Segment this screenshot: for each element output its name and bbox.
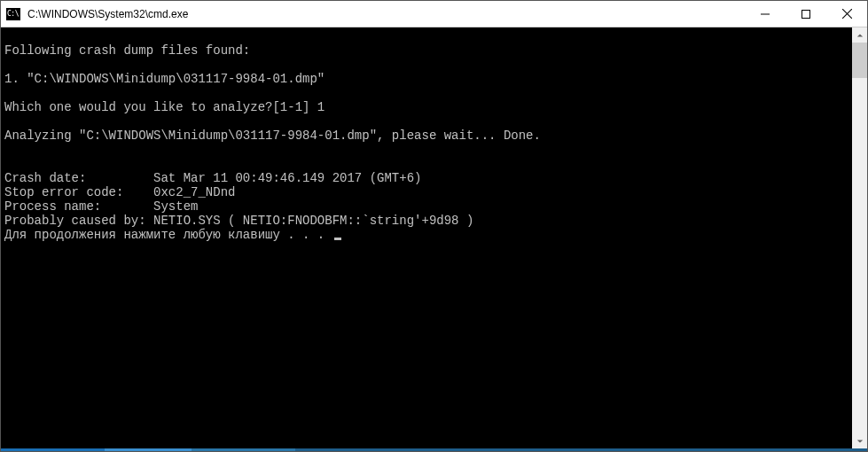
console-output[interactable]: Following crash dump files found: 1. "C:…: [1, 27, 852, 448]
svg-rect-1: [802, 10, 810, 18]
cursor: [334, 238, 341, 240]
console-line: Probably caused by: NETIO.SYS ( NETIO:FN…: [4, 214, 848, 228]
console-line: 1. "C:\WINDOWS\Minidump\031117-9984-01.d…: [4, 72, 848, 86]
chevron-up-icon: [856, 32, 864, 39]
cmd-window: C:\WINDOWS\System32\cmd.exe Following cr…: [0, 0, 868, 452]
taskbar-sliver: [1, 448, 867, 451]
scrollbar-track[interactable]: [852, 43, 867, 433]
console-line: [4, 143, 848, 157]
close-button[interactable]: [826, 1, 867, 27]
console-line: [4, 58, 848, 72]
cmd-icon: [6, 8, 20, 20]
vertical-scrollbar[interactable]: [852, 27, 867, 448]
client-area: Following crash dump files found: 1. "C:…: [1, 27, 867, 448]
app-icon-wrap: [1, 8, 26, 20]
console-line: [4, 157, 848, 171]
console-line: Crash date: Sat Mar 11 00:49:46.149 2017…: [4, 171, 848, 185]
scrollbar-thumb[interactable]: [852, 43, 867, 78]
chevron-down-icon: [856, 438, 864, 445]
console-line: Stop error code: 0xc2_7_NDnd: [4, 185, 848, 199]
console-line: [4, 114, 848, 129]
maximize-button[interactable]: [786, 1, 826, 27]
window-controls: [745, 1, 867, 27]
minimize-icon: [761, 10, 770, 19]
window-title: C:\WINDOWS\System32\cmd.exe: [26, 8, 745, 20]
console-prompt-line: Для продолжения нажмите любую клавишу . …: [4, 228, 848, 242]
scroll-down-button[interactable]: [852, 433, 867, 448]
console-line: Following crash dump files found:: [4, 43, 848, 58]
close-icon: [842, 9, 852, 19]
scroll-up-button[interactable]: [852, 27, 867, 43]
console-line: [4, 29, 848, 43]
console-line: Analyzing "C:\WINDOWS\Minidump\031117-99…: [4, 129, 848, 143]
console-line: [4, 86, 848, 100]
console-line: Process name: System: [4, 199, 848, 214]
maximize-icon: [802, 10, 810, 19]
console-line: Which one would you like to analyze?[1-1…: [4, 100, 848, 114]
titlebar[interactable]: C:\WINDOWS\System32\cmd.exe: [1, 1, 867, 27]
minimize-button[interactable]: [745, 1, 786, 27]
